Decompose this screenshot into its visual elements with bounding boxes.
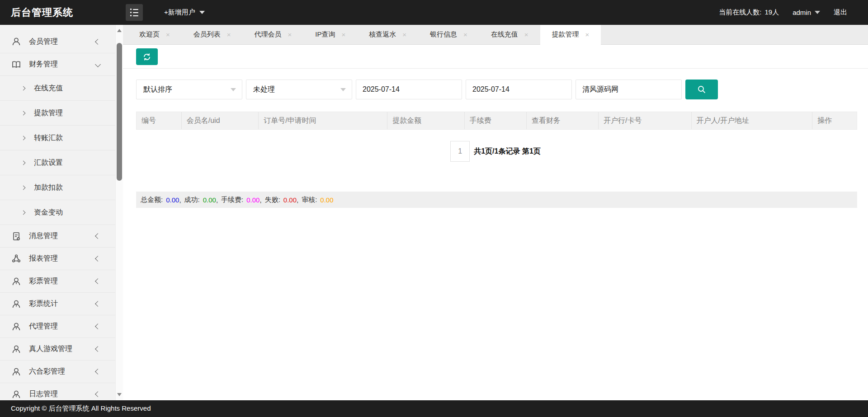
add-user-dropdown[interactable]: +新增用户 (164, 0, 205, 25)
col-header-actions: 操作 (812, 112, 857, 129)
chevron-left-icon (95, 301, 101, 307)
summary-audit-value: 0.00 (320, 196, 333, 204)
col-header-id: 编号 (137, 112, 181, 129)
summary-total-value: 0.00 (166, 196, 179, 204)
col-header-holder-address: 开户人/开户地址 (691, 112, 812, 129)
sidebar-item-lottery-mgmt[interactable]: 彩票管理 (0, 270, 115, 292)
tab-rebate-check[interactable]: 核查返水 × (357, 25, 418, 44)
close-icon[interactable]: × (341, 31, 345, 38)
status-select[interactable]: 未处理 (246, 80, 352, 99)
tab-ip-query[interactable]: IP查询 × (303, 25, 357, 44)
date-from-input[interactable] (356, 80, 462, 99)
sidebar-subitem-fund-changes[interactable]: 资金变动 (0, 200, 115, 225)
tab-online-recharge[interactable]: 在线充值 × (479, 25, 540, 44)
table-header-row: 编号 会员名/uid 订单号/申请时间 提款金额 手续费 查看财务 开户行/卡号… (136, 112, 857, 130)
sidebar-item-live-game-mgmt[interactable]: 真人游戏管理 (0, 337, 115, 360)
scroll-down-icon[interactable] (117, 393, 122, 396)
summary-total-label: 总金额: (141, 196, 163, 204)
sidebar-item-member-mgmt[interactable]: 会员管理 (0, 30, 115, 53)
admin-dropdown[interactable]: admin (793, 9, 820, 16)
chevron-left-icon (95, 323, 101, 329)
tab-welcome[interactable]: 欢迎页 × (127, 25, 182, 44)
chevron-right-icon (21, 185, 26, 190)
sidebar-item-lottery-stats[interactable]: 彩票统计 (0, 292, 115, 315)
sidebar-item-message-mgmt[interactable]: 消息管理 (0, 225, 115, 247)
summary-success-value: 0.00 (203, 196, 216, 204)
close-icon[interactable]: × (166, 31, 170, 38)
page-number-button[interactable]: 1 (450, 141, 470, 162)
sidebar-scrollbar[interactable] (115, 25, 123, 400)
collapse-menu-button[interactable] (126, 4, 143, 21)
sidebar-item-finance-mgmt[interactable]: 财务管理 (0, 53, 115, 75)
search-icon (697, 84, 707, 94)
filter-bar: 默认排序 未处理 (136, 80, 857, 99)
close-icon[interactable]: × (585, 31, 590, 38)
col-header-view-finance: 查看财务 (526, 112, 598, 129)
close-icon[interactable]: × (524, 31, 528, 38)
user-icon (11, 36, 22, 47)
chevron-right-icon (21, 160, 26, 165)
sidebar-subitem-withdraw-mgmt[interactable]: 提款管理 (0, 100, 115, 125)
tab-withdraw-mgmt-active[interactable]: 提款管理 × (540, 25, 601, 44)
summary-audit-label: 审核: (302, 196, 317, 204)
chevron-left-icon (95, 391, 101, 397)
chevron-down-icon (231, 88, 236, 91)
summary-bar: 总金额: 0.00 , 成功: 0.00 , 手续费: 0.00 , 失败: 0… (136, 192, 857, 208)
sidebar-item-mark-six-mgmt[interactable]: 六合彩管理 (0, 360, 115, 383)
user-tie-icon (11, 344, 22, 355)
chevron-right-icon (21, 86, 26, 90)
user-tie-icon (11, 299, 22, 309)
scroll-up-icon[interactable] (117, 29, 122, 32)
online-count: 当前在线人数: 19人 (719, 8, 779, 17)
finance-book-icon (11, 59, 22, 70)
close-icon[interactable]: × (227, 31, 231, 38)
col-header-withdraw-amount: 提款金额 (387, 112, 464, 129)
footer: Copyright © 后台管理系统 All Rights Reserved (0, 400, 868, 417)
close-icon[interactable]: × (402, 31, 406, 38)
keyword-input[interactable] (576, 80, 682, 99)
summary-fee-value: 0.00 (246, 196, 259, 204)
summary-failed-label: 失败: (265, 196, 280, 204)
top-bar: 后台管理系统 +新增用户 当前在线人数: 19人 admin 退出 (0, 0, 868, 25)
pagination: 1 共1页/1条记录 第1页 (123, 141, 868, 162)
chevron-right-icon (21, 210, 26, 215)
message-doc-icon (11, 231, 22, 242)
add-user-label: +新增用户 (164, 8, 195, 17)
search-button[interactable] (685, 80, 718, 99)
chevron-down-icon (815, 11, 820, 14)
main-content: 欢迎页 × 会员列表 × 代理会员 × IP查询 × 核查返水 × 银行信息 ×… (123, 25, 868, 400)
sidebar-subitem-online-recharge[interactable]: 在线充值 (0, 75, 115, 100)
chevron-left-icon (95, 278, 101, 284)
sidebar-subitem-remit-settings[interactable]: 汇款设置 (0, 150, 115, 175)
chevron-down-icon (199, 11, 205, 14)
close-icon[interactable]: × (463, 31, 467, 38)
chevron-left-icon (95, 369, 101, 375)
tab-agent-member[interactable]: 代理会员 × (243, 25, 304, 44)
refresh-button[interactable] (136, 48, 158, 65)
chevron-right-icon (21, 136, 26, 140)
chevron-left-icon (95, 256, 101, 262)
sidebar-subitem-add-deduct-funds[interactable]: 加款扣款 (0, 175, 115, 200)
copyright-text: Copyright © 后台管理系统 All Rights Reserved (11, 404, 151, 413)
tab-member-list[interactable]: 会员列表 × (182, 25, 243, 44)
logout-button[interactable]: 退出 (834, 8, 847, 17)
sidebar-item-report-mgmt[interactable]: 报表管理 (0, 247, 115, 270)
toolbar (123, 45, 868, 69)
close-icon[interactable]: × (288, 31, 292, 38)
scrollbar-thumb[interactable] (117, 43, 122, 181)
report-share-icon (11, 253, 22, 264)
col-header-fee: 手续费 (464, 112, 526, 129)
summary-success-label: 成功: (184, 196, 200, 204)
user-tie-icon (11, 389, 22, 400)
chevron-down-icon (95, 61, 101, 67)
tab-bank-info[interactable]: 银行信息 × (418, 25, 479, 44)
date-to-input[interactable] (466, 80, 572, 99)
user-tie-icon (11, 276, 22, 287)
sort-select[interactable]: 默认排序 (136, 80, 242, 99)
chevron-left-icon (95, 233, 101, 239)
sidebar-subitem-transfer-remit[interactable]: 转账汇款 (0, 125, 115, 150)
sidebar-item-agent-mgmt[interactable]: 代理管理 (0, 315, 115, 337)
chevron-right-icon (21, 111, 26, 115)
sidebar-item-log-mgmt[interactable]: 日志管理 (0, 383, 115, 400)
chevron-down-icon (340, 88, 346, 91)
